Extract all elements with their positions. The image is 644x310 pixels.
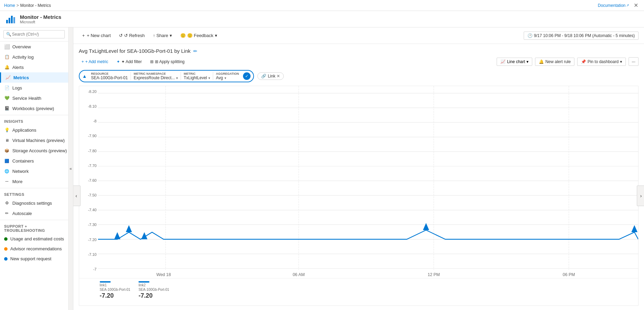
app-subtitle: Microsoft: [20, 20, 61, 24]
sidebar-item-storage-accounts[interactable]: 📦 Storage Accounts (preview): [0, 145, 68, 156]
metric-confirm-button[interactable]: ✓: [243, 72, 251, 80]
service-health-icon: 💚: [4, 95, 10, 101]
sidebar-item-activity-log[interactable]: 📋 Activity log: [0, 52, 68, 62]
network-icon: 🌐: [4, 168, 10, 174]
svg-text:12 PM: 12 PM: [427, 272, 440, 277]
chart-type-button[interactable]: 📈 Line chart ▾: [497, 58, 532, 66]
breadcrumb: Home > Monitor - Metrics: [4, 3, 51, 8]
sidebar-item-alerts[interactable]: 🔔 Alerts: [0, 62, 68, 72]
divider-support: [0, 220, 68, 220]
feedback-icon: 🙂: [180, 33, 186, 38]
feedback-caret-icon: ▾: [215, 33, 217, 38]
share-caret-icon: ▾: [170, 33, 172, 38]
svg-marker-24: [423, 223, 429, 230]
metric-pill-fields: RESOURCE SEA-100Gb-Port-01 METRIC NAMESP…: [88, 72, 242, 80]
svg-marker-21: [114, 232, 120, 239]
main-content: + + New chart ↺ ↺ Refresh ↑ Share ▾ 🙂 🙂 …: [73, 27, 644, 310]
close-button[interactable]: ✕: [632, 1, 640, 10]
more-icon: ···: [4, 179, 10, 184]
add-filter-button[interactable]: ✦ ✦ Add filter: [114, 58, 145, 65]
app-title-block: Monitor - Metrics Microsoft: [20, 14, 61, 24]
sidebar-item-overview[interactable]: ⬜ Overview: [0, 41, 68, 52]
chart-legend: link1 SEA-100Gb-Port-01 -7.20 link2 SEA-…: [79, 278, 638, 306]
metric-pill-row: ▲ RESOURCE SEA-100Gb-Port-01 METRIC NAME…: [79, 70, 639, 82]
divider-settings: [0, 188, 68, 188]
search-input[interactable]: [3, 30, 65, 38]
sidebar-item-new-support[interactable]: New support request: [0, 254, 68, 264]
sidebar-item-containers[interactable]: 🟦 Containers: [0, 156, 68, 166]
doc-link-area: Documentation ↗ ✕: [598, 1, 640, 10]
namespace-select[interactable]: ExpressRoute Direct... ▾: [134, 75, 178, 80]
storage-accounts-icon: 📦: [4, 148, 10, 153]
new-support-icon: [4, 257, 8, 261]
link-pill[interactable]: 🔗 Link ✕: [257, 72, 284, 80]
time-icon: 🕐: [527, 33, 533, 38]
refresh-button[interactable]: ↺ ↺ Refresh: [116, 31, 148, 40]
metric-pill[interactable]: ▲ RESOURCE SEA-100Gb-Port-01 METRIC NAME…: [79, 70, 254, 82]
sidebar-item-network[interactable]: 🌐 Network: [0, 166, 68, 176]
virtual-machines-icon: 🖥: [4, 138, 10, 143]
apply-splitting-button[interactable]: ⊞ ⊞ Apply splitting: [147, 58, 187, 65]
legend-name-link2: link2: [138, 283, 169, 287]
sidebar-item-workbooks[interactable]: 📓 Workbooks (preview): [0, 103, 68, 114]
sidebar-search-area: 🔍: [0, 27, 68, 41]
breadcrumb-separator: >: [16, 3, 19, 8]
sidebar-item-virtual-machines[interactable]: 🖥 Virtual Machines (preview): [0, 135, 68, 145]
search-icon: 🔍: [6, 32, 11, 37]
aggregation-select[interactable]: Avg ▾: [216, 75, 239, 80]
splitting-icon: ⊞: [150, 59, 154, 64]
new-chart-icon: +: [82, 33, 85, 38]
sidebar-item-diagnostics[interactable]: ⚙ Diagnostics settings: [0, 198, 68, 208]
activity-log-icon: 📋: [4, 54, 10, 60]
namespace-field: METRIC NAMESPACE ExpressRoute Direct... …: [131, 72, 181, 80]
svg-text:06 AM: 06 AM: [293, 272, 305, 277]
resource-select[interactable]: SEA-100Gb-Port-01: [91, 75, 128, 80]
feedback-button[interactable]: 🙂 🙂 Feedback ▾: [177, 31, 221, 40]
chart-container: Avg TxLightLevel for SEA-100Gb-Port-01 b…: [73, 44, 644, 310]
legend-value-link2: -7.20: [138, 292, 169, 299]
overview-icon: ⬜: [4, 44, 10, 49]
sidebar-item-usage-costs[interactable]: Usage and estimated costs: [0, 234, 68, 244]
legend-value-link1: -7.20: [100, 292, 131, 299]
new-chart-button[interactable]: + + New chart: [79, 31, 114, 40]
logs-icon: 📄: [4, 85, 10, 91]
breadcrumb-home[interactable]: Home: [4, 3, 15, 8]
resource-field: RESOURCE SEA-100Gb-Port-01: [88, 72, 131, 80]
app-title: Monitor - Metrics: [20, 14, 61, 20]
advisor-icon: [4, 247, 8, 251]
share-button[interactable]: ↑ Share ▾: [149, 31, 175, 40]
containers-icon: 🟦: [4, 158, 10, 164]
chart-svg-area: Wed 18 06 AM 12 PM 06 PM: [79, 86, 638, 278]
chart-nav-right-button[interactable]: ›: [637, 186, 644, 206]
toolbar: + + New chart ↺ ↺ Refresh ↑ Share ▾ 🙂 🙂 …: [73, 27, 644, 44]
svg-marker-25: [631, 225, 637, 232]
aggregation-field: AGGREGATION Avg ▾: [213, 72, 242, 80]
diagnostics-icon: ⚙: [4, 200, 10, 206]
support-section-label: Support + Troubleshooting: [0, 222, 68, 234]
sidebar-item-applications[interactable]: 💡 Applications: [0, 125, 68, 135]
sidebar-item-service-health[interactable]: 💚 Service Health: [0, 93, 68, 103]
sidebar: 🔍 ⬜ Overview 📋 Activity log 🔔 Alerts 📈 M…: [0, 27, 69, 310]
sidebar-item-metrics[interactable]: 📈 Metrics: [0, 72, 68, 83]
legend-item-link1: link1 SEA-100Gb-Port-01 -7.20: [100, 281, 131, 303]
documentation-link[interactable]: Documentation ↗: [598, 3, 629, 8]
link-remove-button[interactable]: ✕: [277, 74, 280, 79]
sidebar-item-logs[interactable]: 📄 Logs: [0, 83, 68, 93]
legend-color-bar-link2: [138, 281, 149, 283]
sidebar-item-more[interactable]: ··· More: [0, 176, 68, 187]
chart-edit-icon[interactable]: ✏: [193, 48, 197, 54]
new-alert-rule-button[interactable]: 🔔 New alert rule: [535, 58, 574, 66]
chart-graph: ‹ › -8.20 -8.10 -8 -7.90 -7.80 -7.70 -7.…: [79, 86, 639, 306]
sidebar-item-autoscale[interactable]: ✏ Autoscale: [0, 208, 68, 218]
add-metric-button[interactable]: + + Add metric: [79, 58, 111, 65]
more-options-button[interactable]: ···: [629, 57, 639, 66]
chart-nav-left-button[interactable]: ‹: [73, 186, 81, 206]
metric-select[interactable]: TxLightLevel ▾: [184, 75, 210, 80]
legend-subname-link2: SEA-100Gb-Port-01: [138, 288, 169, 291]
chart-title-row: Avg TxLightLevel for SEA-100Gb-Port-01 b…: [79, 48, 639, 54]
pin-to-dashboard-button[interactable]: 📌 Pin to dashboard ▾: [577, 58, 626, 66]
sidebar-collapse-button[interactable]: «: [69, 27, 73, 310]
sidebar-item-advisor[interactable]: Advisor recommendations: [0, 244, 68, 254]
metric-actions: + + Add metric ✦ ✦ Add filter ⊞ ⊞ Apply …: [79, 58, 187, 65]
time-range-selector[interactable]: 🕐 9/17 10:06 PM - 9/18 10:06 PM (Automat…: [524, 32, 639, 40]
